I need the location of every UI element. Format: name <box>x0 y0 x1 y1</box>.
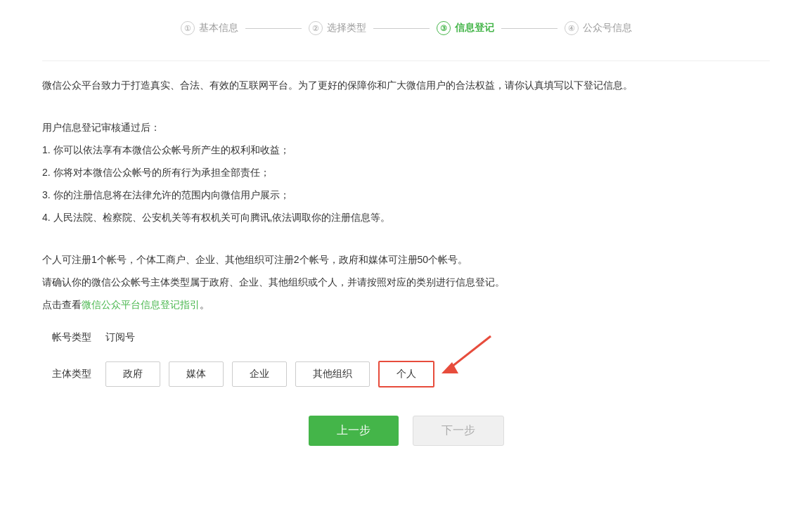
account-type-row: 帐号类型 订阅号 <box>42 331 770 344</box>
intro-after-label: 用户信息登记审核通过后： <box>42 117 770 137</box>
type-btn-gov[interactable]: 政府 <box>105 361 160 387</box>
intro-item2: 2. 你将对本微信公众帐号的所有行为承担全部责任； <box>42 162 770 182</box>
action-row: 上一步 下一步 <box>42 416 770 446</box>
intro-item4: 4. 人民法院、检察院、公安机关等有权机关可向腾讯,依法调取你的注册信息等。 <box>42 207 770 227</box>
intro-link-prefix: 点击查看 <box>42 299 82 310</box>
step-line-3 <box>501 28 558 29</box>
subject-type-buttons: 政府 媒体 企业 其他组织 个人 <box>105 361 434 387</box>
step-4-label: 公众号信息 <box>583 22 632 34</box>
intro-para2-line1: 个人可注册1个帐号，个体工商户、企业、其他组织可注册2个帐号，政府和媒体可注册5… <box>42 250 770 269</box>
type-btn-personal[interactable]: 个人 <box>378 361 434 387</box>
next-button[interactable]: 下一步 <box>413 416 504 446</box>
step-2-circle: ② <box>309 21 323 35</box>
step-2: ② 选择类型 <box>309 21 366 35</box>
step-3-circle: ③ <box>437 21 451 35</box>
type-btn-enterprise[interactable]: 企业 <box>232 361 287 387</box>
step-1: ① 基本信息 <box>181 21 238 35</box>
step-line-1 <box>245 28 302 29</box>
step-3-label: 信息登记 <box>455 22 494 34</box>
subject-type-label: 主体类型 <box>42 368 91 380</box>
type-btn-other[interactable]: 其他组织 <box>295 361 370 387</box>
step-1-circle: ① <box>181 21 195 35</box>
intro-item3: 3. 你的注册信息将在法律允许的范围内向微信用户展示； <box>42 185 770 205</box>
intro-para2-line2: 请确认你的微信公众帐号主体类型属于政府、企业、其他组织或个人，并请按照对应的类别… <box>42 272 770 292</box>
type-btn-media[interactable]: 媒体 <box>169 361 224 387</box>
prev-button[interactable]: 上一步 <box>309 416 399 446</box>
intro-item1: 1. 你可以依法享有本微信公众帐号所产生的权利和收益； <box>42 140 770 160</box>
page-container: ① 基本信息 ② 选择类型 ③ 信息登记 ④ 公众号信息 微信公众平台致力于打造… <box>0 0 812 474</box>
intro-line1: 微信公众平台致力于打造真实、合法、有效的互联网平台。为了更好的保障你和广大微信用… <box>42 75 770 95</box>
step-3: ③ 信息登记 <box>437 21 494 35</box>
subject-type-row: 主体类型 政府 媒体 企业 其他组织 个人 <box>42 361 770 387</box>
step-line-2 <box>373 28 430 29</box>
intro-link-row: 点击查看微信公众平台信息登记指引。 <box>42 295 770 314</box>
svg-line-0 <box>449 336 491 369</box>
account-type-value: 订阅号 <box>105 331 135 344</box>
step-1-label: 基本信息 <box>199 22 238 34</box>
intro-section: 微信公众平台致力于打造真实、合法、有效的互联网平台。为了更好的保障你和广大微信用… <box>42 75 770 314</box>
top-divider <box>42 60 770 61</box>
step-4-circle: ④ <box>565 21 579 35</box>
personal-btn-wrapper: 个人 <box>378 361 434 387</box>
intro-link-suffix: 。 <box>200 299 210 310</box>
step-4: ④ 公众号信息 <box>565 21 632 35</box>
account-type-label: 帐号类型 <box>42 331 91 344</box>
info-registration-link[interactable]: 微信公众平台信息登记指引 <box>82 299 200 310</box>
steps-nav: ① 基本信息 ② 选择类型 ③ 信息登记 ④ 公众号信息 <box>42 21 770 35</box>
step-2-label: 选择类型 <box>327 22 366 34</box>
red-arrow-annotation <box>427 333 498 375</box>
